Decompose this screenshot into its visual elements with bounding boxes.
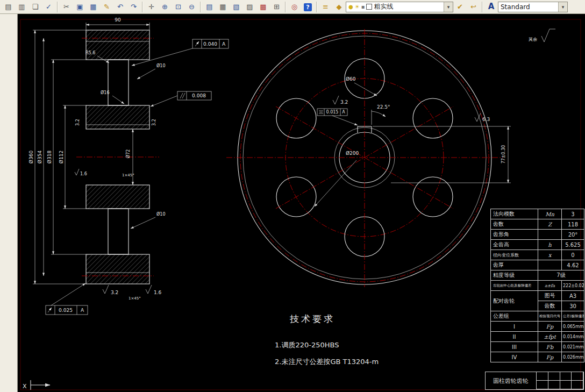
- text-style-icon[interactable]: A: [484, 1, 498, 12]
- keyway-depth-dim: 77±0.30: [501, 145, 506, 164]
- redo-icon[interactable]: ↷: [127, 1, 140, 12]
- help-icon[interactable]: ?: [301, 1, 315, 12]
- publish-icon[interactable]: ❏: [28, 1, 42, 12]
- tool-palettes-icon[interactable]: ▧: [230, 1, 243, 12]
- roughness-check-icon: [475, 113, 481, 122]
- fcf-symmetry-keyway: 0.015 A: [317, 109, 358, 125]
- table-row: 配对齿轮图号A3: [491, 291, 584, 301]
- leader-top-label: Ø10: [156, 63, 165, 68]
- table-row: 齿厚4.62: [491, 260, 584, 270]
- roughness-hub-left: 3.2: [75, 119, 80, 126]
- layer-combo-dropdown-icon[interactable]: ▾: [444, 2, 453, 12]
- zoom-previous-icon[interactable]: ⊖: [185, 1, 198, 12]
- dim-dia112: Ø112: [59, 151, 64, 163]
- layer-tools-icon[interactable]: ◆: [332, 1, 346, 12]
- table-row: IVFp0.026mm: [491, 352, 584, 362]
- drawing-viewport[interactable]: 90 Ø360 Ø354 Ø318 Ø112 Ø72 R5.6 Ø16 Ø10 …: [18, 14, 585, 392]
- dim-dia354: Ø354: [37, 151, 42, 164]
- text-style-combo-dropdown-icon[interactable]: ▾: [558, 2, 567, 12]
- hole-dia-label: Ø60: [346, 76, 356, 82]
- roughness-check-icon: [333, 96, 339, 104]
- help-question-glyph: ?: [304, 3, 312, 11]
- roughness-face-b: 1.6: [154, 290, 162, 295]
- undo-icon[interactable]: ↶: [113, 1, 127, 12]
- lock-icon: ▪: [361, 4, 365, 10]
- markup-set-icon[interactable]: ▩: [256, 1, 270, 12]
- quick-calc-icon[interactable]: ⊞: [270, 1, 283, 12]
- sheet-set-icon[interactable]: ▨: [243, 1, 256, 12]
- chamfer-note-a: 1×45°: [122, 173, 134, 177]
- toolbar-separator: [316, 2, 317, 12]
- toolbar-separator: [285, 2, 286, 12]
- properties-palette-icon[interactable]: ▤: [203, 1, 216, 12]
- fcf-value: 0.008: [192, 93, 206, 98]
- text-style-combo-value: Standard: [501, 3, 530, 11]
- table-row: 径向变位系数x0: [491, 250, 584, 260]
- surface-note-label: 其余: [529, 37, 537, 42]
- front-view: Ø60 3.2 0.015 A 22.5° Ø200 6.3 77±0.30: [226, 29, 511, 287]
- leader-bottom-label: Ø10: [156, 211, 165, 217]
- copy-icon[interactable]: ▣: [73, 1, 87, 12]
- pan-icon[interactable]: ✛: [145, 1, 158, 12]
- layer-properties-icon[interactable]: ≡: [319, 1, 332, 12]
- surface-finish-note: 其余: [529, 29, 555, 42]
- fcf-parallelism: 0.008: [151, 91, 211, 106]
- tech-req-title: 技术要求: [290, 313, 379, 325]
- table-row: IIIFb0.021mm: [491, 342, 584, 352]
- table-row: 齿轮副中心距及极限偏差a±fa222±0.026: [491, 281, 584, 291]
- zoom-window-icon[interactable]: ⊡: [172, 1, 185, 12]
- ucs-icon: X: [23, 380, 50, 390]
- chamfer-note-b: 1×45°: [129, 296, 141, 301]
- table-row: II±fpt0.014mm: [491, 332, 584, 342]
- section-view: 90 Ø360 Ø354 Ø318 Ø112 Ø72 R5.6 Ø16 Ø10 …: [28, 17, 229, 315]
- title-block-grid: [537, 372, 583, 389]
- fcf-datum: A: [342, 110, 345, 115]
- spell-check-icon[interactable]: ✓: [42, 1, 55, 12]
- layer-previous-icon[interactable]: ↩: [467, 1, 480, 12]
- parallelism-symbol: [180, 93, 183, 98]
- table-row: 全齿高h5.625: [491, 240, 584, 250]
- table-row: IFp0.065mm: [491, 322, 584, 332]
- toolbar-separator: [482, 2, 483, 12]
- bore-dia-label: Ø200: [346, 151, 359, 156]
- toolbar-separator: [142, 2, 143, 12]
- layer-combo[interactable]: ● ☀ ▪ 粗实线 ▾: [346, 2, 453, 12]
- fcf-value: 0.025: [59, 308, 73, 313]
- layer-color-swatch: [366, 4, 372, 10]
- text-style-combo[interactable]: Standard ▾: [498, 2, 568, 12]
- table-row: 公差组检验项目代号公差(极限偏差)值: [491, 311, 584, 322]
- regen-icon[interactable]: ◎: [288, 1, 301, 12]
- cut-icon[interactable]: ✂: [60, 1, 73, 12]
- dim-dia72: Ø72: [125, 149, 131, 158]
- runout-symbol: [195, 41, 199, 46]
- design-center-icon[interactable]: ▦: [216, 1, 230, 12]
- match-properties-icon[interactable]: ✎: [100, 1, 113, 12]
- dim-dia318: Ø318: [47, 151, 52, 164]
- paste-icon[interactable]: ▦: [87, 1, 100, 12]
- sun-icon: ☀: [355, 4, 360, 10]
- fcf-runout-bottom: 0.025 A: [46, 283, 88, 315]
- bulb-icon: ●: [348, 4, 353, 10]
- printer-icon[interactable]: ▤: [2, 1, 15, 12]
- technical-requirements: 技术要求 1.调质220-250HBS 2.未注尺寸公差按GB T13204-m: [275, 313, 379, 367]
- left-dock-strip: [0, 14, 18, 392]
- fcf-value: 0.015: [326, 110, 339, 115]
- roughness-check-icon: [103, 285, 109, 294]
- roughness-check-icon: [541, 29, 555, 42]
- angle-label: 22.5°: [377, 104, 390, 110]
- part-name: 圆柱齿轮齿轮: [486, 372, 537, 389]
- table-row: 法向模数Mn3: [491, 209, 584, 219]
- zoom-realtime-icon[interactable]: ⊕: [158, 1, 172, 12]
- tech-req-item: 1.调质220-250HBS: [275, 340, 379, 350]
- fcf-datum: A: [222, 41, 226, 47]
- tech-req-item: 2.未注尺寸公差按GB T13204-m: [275, 357, 379, 367]
- make-layer-current-icon[interactable]: ✔: [453, 1, 467, 12]
- roughness-bore: 1.6: [80, 172, 87, 176]
- layer-combo-value: 粗实线: [374, 2, 393, 11]
- roughness-keyway: 3.2: [340, 99, 348, 105]
- dim-dia360: Ø360: [28, 151, 34, 164]
- table-row: 精度等级7级: [491, 270, 584, 281]
- plot-preview-icon[interactable]: ▥: [15, 1, 28, 12]
- table-row: 齿数Z118: [491, 219, 584, 230]
- ucs-x-label: X: [23, 383, 27, 390]
